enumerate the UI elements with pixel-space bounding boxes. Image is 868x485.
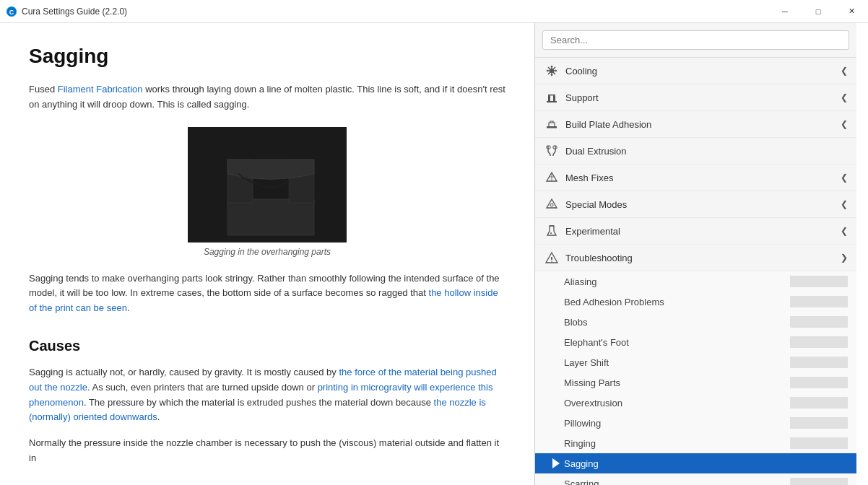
mesh-fixes-icon bbox=[544, 170, 560, 185]
special-modes-chevron: ❮ bbox=[841, 199, 848, 209]
sidebar-item-mesh-fixes-label: Mesh Fixes bbox=[565, 172, 841, 183]
ringing-label: Ringing bbox=[564, 438, 784, 449]
troubleshooting-icon bbox=[544, 250, 560, 266]
causes-intro-paragraph: Sagging tends to make overhanging parts … bbox=[29, 271, 505, 316]
sidebar-item-special-modes[interactable]: Special Modes ❮ bbox=[535, 191, 856, 218]
minimize-button[interactable]: ─ bbox=[768, 0, 802, 23]
sidebar-item-experimental[interactable]: Experimental ❮ bbox=[535, 218, 856, 245]
sidebar-item-troubleshooting[interactable]: Troubleshooting ❯ bbox=[535, 245, 856, 271]
special-modes-icon bbox=[544, 196, 560, 212]
sidebar-sub-item-layer-shift[interactable]: Layer Shift bbox=[535, 352, 856, 372]
sidebar-item-mesh-fixes[interactable]: Mesh Fixes ❮ bbox=[535, 165, 856, 191]
sidebar-sub-item-sagging[interactable]: Sagging bbox=[535, 453, 856, 473]
sidebar-sub-item-missing-parts[interactable]: Missing Parts bbox=[535, 372, 856, 393]
build-plate-chevron: ❮ bbox=[841, 119, 848, 129]
intro-paragraph: Fused Filament Fabrication works through… bbox=[29, 82, 505, 113]
page-title: Sagging bbox=[29, 45, 505, 68]
sidebar-item-experimental-label: Experimental bbox=[565, 226, 841, 237]
sidebar-sub-item-blobs[interactable]: Blobs bbox=[535, 312, 856, 332]
causes-paragraph3: Normally the pressure inside the nozzle … bbox=[29, 436, 505, 466]
nozzle-link[interactable]: the nozzle is (normally) oriented downwa… bbox=[29, 397, 486, 423]
missing-parts-indicator bbox=[790, 377, 848, 388]
sidebar: Cooling ❮ Support ❮ bbox=[535, 23, 856, 485]
support-icon bbox=[544, 89, 560, 105]
blobs-label: Blobs bbox=[564, 317, 784, 328]
sidebar-sub-item-bed-adhesion[interactable]: Bed Adhesion Problems bbox=[535, 292, 856, 312]
causes-paragraph2: Sagging is actually not, or hardly, caus… bbox=[29, 365, 505, 425]
sidebar-sub-item-elephants-foot[interactable]: Elephant's Foot bbox=[535, 332, 856, 352]
overextrusion-label: Overextrusion bbox=[564, 398, 784, 408]
figure-caption: Sagging in the overhanging parts bbox=[204, 247, 331, 257]
svg-rect-23 bbox=[547, 126, 557, 128]
hollow-link[interactable]: the hollow inside of the print can be se… bbox=[29, 287, 498, 313]
layer-shift-label: Layer Shift bbox=[564, 357, 784, 368]
svg-rect-22 bbox=[548, 94, 555, 96]
aliasing-label: Aliasing bbox=[564, 276, 784, 287]
experimental-chevron: ❮ bbox=[841, 226, 848, 236]
search-input[interactable] bbox=[542, 30, 849, 50]
mesh-fixes-chevron: ❮ bbox=[841, 172, 848, 183]
causes-heading: Causes bbox=[29, 338, 505, 354]
svg-text:C: C bbox=[9, 9, 14, 16]
titlebar-title: Cura Settings Guide (2.2.0) bbox=[22, 6, 127, 17]
svg-point-35 bbox=[551, 261, 552, 262]
titlebar: C Cura Settings Guide (2.2.0) ─ □ ✕ bbox=[0, 0, 868, 23]
sidebar-list: Cooling ❮ Support ❮ bbox=[535, 58, 856, 485]
experimental-icon bbox=[544, 223, 560, 239]
figure-image bbox=[188, 127, 347, 242]
filament-link[interactable]: Filament Fabrication bbox=[58, 84, 143, 95]
microgravity-link[interactable]: printing in microgravity will experience… bbox=[29, 382, 492, 408]
sidebar-item-build-plate-adhesion[interactable]: Build Plate Adhesion ❮ bbox=[535, 111, 856, 138]
cooling-icon bbox=[544, 63, 560, 79]
elephants-foot-label: Elephant's Foot bbox=[564, 337, 784, 348]
sagging-label: Sagging bbox=[564, 458, 848, 469]
troubleshooting-chevron: ❯ bbox=[841, 253, 848, 263]
sidebar-sub-item-aliasing[interactable]: Aliasing bbox=[535, 271, 856, 292]
sidebar-sub-item-ringing[interactable]: Ringing bbox=[535, 433, 856, 453]
svg-rect-20 bbox=[548, 95, 550, 101]
scarring-indicator bbox=[790, 478, 848, 485]
content-area: Sagging Fused Filament Fabrication works… bbox=[0, 23, 534, 485]
aliasing-indicator bbox=[790, 276, 848, 287]
dual-extrusion-icon bbox=[544, 143, 560, 159]
sidebar-item-support[interactable]: Support ❮ bbox=[535, 84, 856, 111]
bed-adhesion-label: Bed Adhesion Problems bbox=[564, 297, 784, 307]
elephants-foot-indicator bbox=[790, 336, 848, 348]
sidebar-sub-item-overextrusion[interactable]: Overextrusion bbox=[535, 393, 856, 413]
missing-parts-label: Missing Parts bbox=[564, 377, 784, 388]
sidebar-sub-item-pillowing[interactable]: Pillowing bbox=[535, 413, 856, 433]
svg-rect-21 bbox=[553, 95, 555, 101]
sidebar-item-dual-extrusion-label: Dual Extrusion bbox=[565, 146, 848, 157]
pillowing-label: Pillowing bbox=[564, 418, 784, 429]
bed-adhesion-indicator bbox=[790, 296, 848, 307]
sidebar-item-support-label: Support bbox=[565, 92, 841, 103]
maximize-button[interactable]: □ bbox=[802, 0, 835, 23]
layer-shift-indicator bbox=[790, 357, 848, 368]
figure-container: Sagging in the overhanging parts bbox=[29, 127, 505, 257]
scarring-label: Scarring bbox=[564, 479, 784, 486]
sidebar-item-cooling[interactable]: Cooling ❮ bbox=[535, 58, 856, 84]
svg-point-30 bbox=[550, 204, 553, 206]
sidebar-item-special-modes-label: Special Modes bbox=[565, 199, 841, 210]
svg-rect-19 bbox=[547, 101, 557, 102]
cooling-chevron: ❮ bbox=[841, 66, 848, 76]
search-container bbox=[535, 23, 856, 58]
sidebar-item-troubleshooting-label: Troubleshooting bbox=[565, 253, 841, 263]
overextrusion-indicator bbox=[790, 397, 848, 408]
sidebar-item-build-plate-label: Build Plate Adhesion bbox=[565, 119, 841, 130]
support-chevron: ❮ bbox=[841, 92, 848, 102]
sidebar-item-dual-extrusion[interactable]: Dual Extrusion bbox=[535, 138, 856, 165]
close-button[interactable]: ✕ bbox=[835, 0, 868, 23]
ringing-indicator bbox=[790, 437, 848, 449]
active-arrow-icon bbox=[552, 458, 560, 468]
sidebar-item-cooling-label: Cooling bbox=[565, 66, 841, 77]
svg-point-32 bbox=[550, 232, 552, 234]
sidebar-sub-item-scarring[interactable]: Scarring bbox=[535, 473, 856, 485]
build-plate-icon bbox=[544, 116, 560, 132]
app-icon: C bbox=[6, 6, 17, 17]
blobs-indicator bbox=[790, 316, 848, 328]
pillowing-indicator bbox=[790, 417, 848, 429]
